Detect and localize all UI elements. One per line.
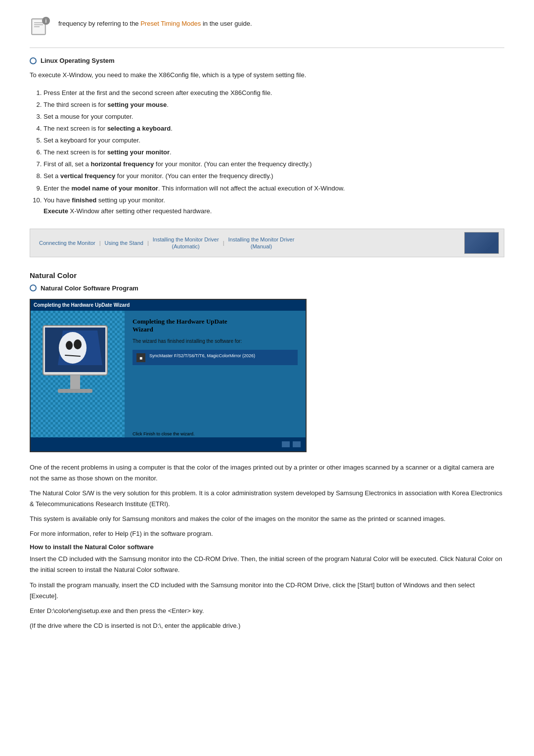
step-5: Set a keyboard for your computer. <box>44 135 504 146</box>
natural-color-heading: Natural Color <box>30 271 504 280</box>
how-to-text-1: Insert the CD included with the Samsung … <box>30 554 504 575</box>
how-to-text-3: Enter D:\color\eng\setup.exe and then pr… <box>30 606 504 616</box>
how-to-text-4: (If the drive where the CD is inserted i… <box>30 620 504 631</box>
step-9: Enter the model name of your monitor. Th… <box>44 183 504 194</box>
screenshot-titlebar: Completing the Hardware UpDate Wizard <box>31 300 306 311</box>
linux-section: Linux Operating System To execute X-Wind… <box>30 57 504 217</box>
step-6: The next screen is for setting your moni… <box>44 147 504 158</box>
svg-rect-9 <box>467 235 482 248</box>
step-3: Set a mouse for your computer. <box>44 111 504 122</box>
step-7: First of all, set a horizontal frequency… <box>44 159 504 170</box>
preset-timing-link[interactable]: Preset Timing Modes <box>140 20 201 27</box>
linux-steps: Press Enter at the first and the second … <box>44 88 504 217</box>
svg-point-18 <box>59 332 87 364</box>
top-note: i frequency by referring to the Preset T… <box>30 15 504 37</box>
divider-1 <box>30 47 504 48</box>
svg-rect-7 <box>465 233 499 254</box>
nav-link-stand[interactable]: Using the Stand <box>101 239 147 246</box>
linux-intro: To execute X-Window, you need to make th… <box>30 70 504 81</box>
screenshot-title-text: Completing the Hardware UpDate Wizard <box>34 302 130 308</box>
software-screenshot: Completing the Hardware UpDate Wizard <box>30 299 307 452</box>
how-to-text-2: To install the program manually, insert … <box>30 580 504 602</box>
scr-item-bullet: ■ <box>136 353 145 362</box>
linux-heading: Linux Operating System <box>30 57 504 64</box>
step-10: You have finished setting up your monito… <box>44 195 504 217</box>
scr-title: Completing the Hardware UpDateWizard <box>133 318 298 333</box>
svg-text:■: ■ <box>139 355 142 361</box>
screenshot-right-panel: Completing the Hardware UpDateWizard The… <box>125 311 306 451</box>
svg-text:i: i <box>45 18 47 24</box>
nav-thumbnail <box>464 232 499 254</box>
desc-para-2: The Natural Color S/W is the very soluti… <box>30 488 504 510</box>
desc-para-1: One of the recent problems in using a co… <box>30 462 504 484</box>
svg-rect-25 <box>293 441 301 447</box>
step-8: Set a vertical frequency for your monito… <box>44 171 504 182</box>
footer-icon-2 <box>293 441 301 447</box>
natural-color-sub-heading: Natural Color Software Program <box>30 284 504 292</box>
nav-link-manual[interactable]: Installing the Monitor Driver(Manual) <box>224 236 298 250</box>
screenshot-footer <box>31 437 306 451</box>
desc-para-3: This system is available only for Samsun… <box>30 514 504 524</box>
nav-links: Connecting the Monitor | Using the Stand… <box>35 236 464 250</box>
top-note-text: frequency by referring to the Preset Tim… <box>58 15 252 29</box>
screenshot-left-panel <box>31 311 125 451</box>
scr-item: ■ SyncMaster F/S2/T/S6/T/T6, MagicColorM… <box>133 350 298 365</box>
svg-rect-8 <box>466 234 498 251</box>
bullet-icon <box>30 57 37 64</box>
nav-bar: Connecting the Monitor | Using the Stand… <box>30 229 504 257</box>
monitor-svg <box>33 316 117 415</box>
scr-item-text: SyncMaster F/S2/T/S6/T/T6, MagicColorMir… <box>149 353 255 359</box>
scr-bottom-text: Click Finish to close the wizard. <box>133 431 195 436</box>
svg-point-20 <box>74 339 82 349</box>
step-4: The next screen is for selecting a keybo… <box>44 123 504 134</box>
step-2: The third screen is for setting your mou… <box>44 99 504 110</box>
svg-rect-11 <box>467 250 497 252</box>
svg-rect-24 <box>282 441 290 447</box>
svg-rect-16 <box>70 375 80 390</box>
bullet-icon-2 <box>30 284 37 291</box>
nav-link-connecting[interactable]: Connecting the Monitor <box>35 239 99 246</box>
how-to-heading: How to install the Natural Color softwar… <box>30 543 504 551</box>
svg-rect-10 <box>483 235 496 245</box>
svg-point-19 <box>66 341 73 350</box>
natural-color-section: Natural Color Natural Color Software Pro… <box>30 271 504 631</box>
screenshot-body: Completing the Hardware UpDateWizard The… <box>31 311 306 451</box>
nav-link-auto[interactable]: Installing the Monitor Driver(Automatic) <box>149 236 223 250</box>
step-1: Press Enter at the first and the second … <box>44 88 504 98</box>
svg-rect-17 <box>58 389 92 393</box>
desc-para-4: For more information, refer to Help (F1)… <box>30 528 504 539</box>
footer-icon <box>282 441 290 447</box>
scr-body-text: The wizard has finished installing the s… <box>133 337 298 345</box>
note-icon: i <box>30 15 51 37</box>
